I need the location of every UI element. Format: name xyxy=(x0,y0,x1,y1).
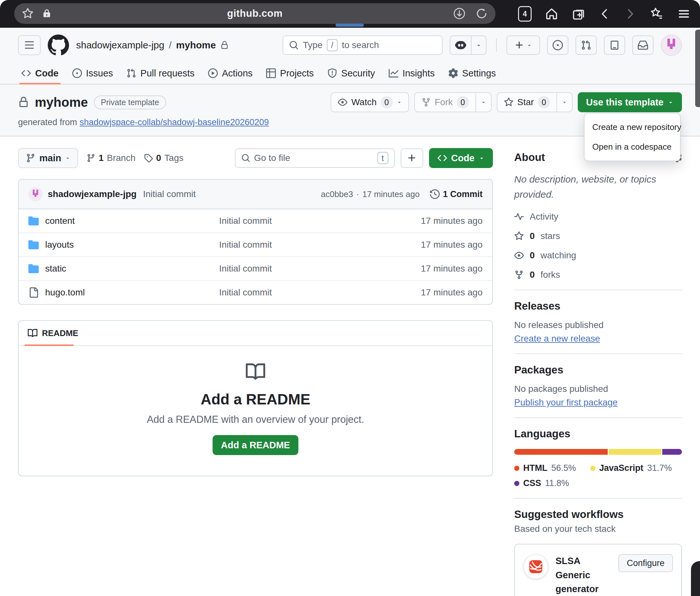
url-bar[interactable]: github.com xyxy=(14,3,496,24)
copilot-icon[interactable] xyxy=(450,35,471,55)
copilot-dropdown[interactable] xyxy=(471,35,486,55)
watching-link[interactable]: 0 watching xyxy=(514,250,682,261)
language-legend-item[interactable]: CSS 11.8% xyxy=(514,478,569,488)
new-tab-icon[interactable] xyxy=(572,7,586,21)
tab-insights[interactable]: Insights xyxy=(383,62,441,84)
home-icon[interactable] xyxy=(545,7,559,21)
table-row[interactable]: hugo.toml Initial commit 17 minutes ago xyxy=(19,280,492,304)
gear-icon xyxy=(448,68,458,78)
readme-empty-description: Add a README with an overview of your pr… xyxy=(32,414,479,425)
star-button[interactable]: Star 0 xyxy=(497,92,556,112)
configure-button[interactable]: Configure xyxy=(618,554,673,572)
workflow-card: SLSA Generic generator Generate SLSA3 pr… xyxy=(514,544,682,596)
issue-icon xyxy=(72,68,82,78)
workflow-title[interactable]: SLSA Generic generator xyxy=(555,554,611,596)
table-row[interactable]: content Initial commit 17 minutes ago xyxy=(19,209,492,233)
create-new-button[interactable] xyxy=(506,35,540,55)
code-button[interactable]: Code xyxy=(429,148,493,168)
bookmarks-icon[interactable] xyxy=(649,6,664,21)
global-nav-menu-button[interactable] xyxy=(18,35,41,55)
search-icon xyxy=(289,40,299,50)
menu-item-create-repository[interactable]: Create a new repository xyxy=(584,118,680,137)
commit-message[interactable]: Initial commit xyxy=(143,189,196,199)
workflows-section: Suggested workflows Based on your tech s… xyxy=(514,498,682,596)
forks-link[interactable]: 0 forks xyxy=(514,269,682,280)
github-logo[interactable] xyxy=(48,34,69,56)
lock-icon[interactable] xyxy=(42,9,52,18)
fork-count: 0 xyxy=(457,96,469,108)
committer-name[interactable]: shadowjexample-jpg xyxy=(48,189,136,199)
commit-history-link[interactable]: 1 Commit xyxy=(430,189,482,199)
branch-icon xyxy=(26,153,35,163)
packages-section: Packages No packages published Publish y… xyxy=(514,354,682,417)
add-file-button[interactable] xyxy=(401,148,423,168)
table-row[interactable]: layouts Initial commit 17 minutes ago xyxy=(19,233,492,256)
tab-projects[interactable]: Projects xyxy=(260,62,320,84)
tab-security[interactable]: Security xyxy=(322,62,381,84)
back-icon[interactable] xyxy=(599,8,611,20)
page-title: myhome xyxy=(35,95,88,110)
languages-section: Languages HTML 56.5% JavaScript 31.7% xyxy=(514,417,682,498)
inbox-button[interactable] xyxy=(632,35,654,55)
page-load-progress xyxy=(335,24,364,27)
tab-issues[interactable]: Issues xyxy=(67,62,119,84)
stars-link[interactable]: 0 stars xyxy=(514,231,682,241)
tab-counter-button[interactable]: 4 xyxy=(518,6,532,22)
search-input[interactable]: Type / to search xyxy=(282,35,443,55)
tab-pull-requests[interactable]: Pull requests xyxy=(121,62,200,84)
avatar[interactable] xyxy=(661,34,682,56)
language-segment-javascript[interactable] xyxy=(609,449,661,455)
url-text: github.com xyxy=(14,8,496,19)
add-readme-button[interactable]: Add a README xyxy=(212,435,298,455)
fork-button[interactable]: Fork 0 xyxy=(414,92,475,112)
favorite-star-icon[interactable] xyxy=(22,8,33,19)
github-header: shadowjexample-jpg / myhome Type / to se… xyxy=(0,28,700,84)
repo-lock-icon xyxy=(18,97,29,108)
star-dropdown[interactable] xyxy=(556,92,573,112)
file-table: shadowjexample-jpg Initial commit ac0bbe… xyxy=(18,179,493,305)
history-icon xyxy=(430,189,440,199)
publish-package-link[interactable]: Publish your first package xyxy=(514,397,618,408)
create-release-link[interactable]: Create a new release xyxy=(514,334,600,344)
releases-section: Releases No releases published Create a … xyxy=(514,290,682,354)
menu-item-open-codespace[interactable]: Open in a codespace xyxy=(584,137,680,157)
language-legend-item[interactable]: HTML 56.5% xyxy=(514,463,576,473)
go-to-file-input[interactable]: Go to file t xyxy=(235,148,395,168)
committer-avatar[interactable] xyxy=(28,187,43,201)
latest-commit-row[interactable]: shadowjexample-jpg Initial commit ac0bbe… xyxy=(19,180,492,209)
download-icon[interactable] xyxy=(453,7,466,20)
language-bar xyxy=(514,449,682,455)
tab-code[interactable]: Code xyxy=(16,62,65,84)
table-row[interactable]: static Initial commit 17 minutes ago xyxy=(19,256,492,280)
fork-dropdown[interactable] xyxy=(475,92,492,112)
language-segment-css[interactable] xyxy=(662,449,682,455)
tab-settings[interactable]: Settings xyxy=(443,62,502,84)
activity-link[interactable]: Activity xyxy=(514,212,682,222)
watch-button[interactable]: Watch 0 xyxy=(331,92,409,112)
releases-title: Releases xyxy=(514,300,560,312)
language-legend-item[interactable]: JavaScript 31.7% xyxy=(590,463,672,473)
readme-tab[interactable]: README xyxy=(28,328,78,338)
branch-selector[interactable]: main xyxy=(18,148,78,168)
tablet-icon-button[interactable] xyxy=(604,35,625,55)
repo-header: myhome Private template Watch 0 Fork 0 xyxy=(0,84,700,136)
menu-icon[interactable] xyxy=(677,7,691,21)
commit-sha[interactable]: ac0bbe3 xyxy=(321,189,353,199)
branches-link[interactable]: 1 Branch xyxy=(86,153,135,163)
search-placeholder-pre: Type xyxy=(303,40,323,50)
copilot-button[interactable] xyxy=(450,35,486,55)
tab-actions[interactable]: Actions xyxy=(202,62,258,84)
language-segment-html[interactable] xyxy=(514,449,608,455)
language-dot xyxy=(590,466,596,471)
tags-link[interactable]: 0 Tags xyxy=(144,153,183,163)
pull-requests-header-button[interactable] xyxy=(575,35,597,55)
forward-icon[interactable] xyxy=(624,8,636,20)
breadcrumb-repo[interactable]: myhome xyxy=(176,40,216,51)
issues-header-button[interactable] xyxy=(547,35,568,55)
fork-icon xyxy=(421,97,431,107)
use-template-button[interactable]: Use this template xyxy=(578,92,682,112)
scrollbar[interactable] xyxy=(695,30,700,107)
breadcrumb-owner[interactable]: shadowjexample-jpg xyxy=(76,40,165,51)
reload-icon[interactable] xyxy=(475,7,488,20)
generated-from-link[interactable]: shadowjspace-collab/shadowj-baseline2026… xyxy=(80,118,269,127)
